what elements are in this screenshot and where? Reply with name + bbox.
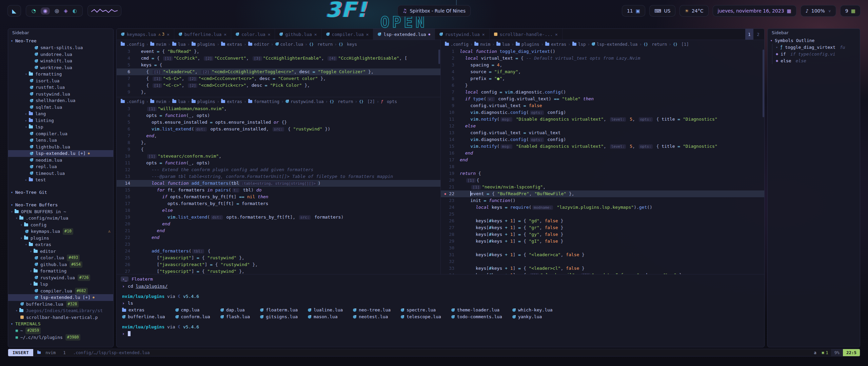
code-body[interactable]: 1local function toggle_diag_virtext()2 l… bbox=[441, 48, 765, 274]
code-body[interactable]: 3 [1]"williamboman/mason.nvim",4 opts = … bbox=[117, 105, 440, 274]
tree-item[interactable]: lsp-extended.lu[+]◉ bbox=[8, 294, 113, 301]
outline-item-toggle-diag-virtext[interactable]: ▾ƒtoggle_diag_virtextfu bbox=[772, 44, 860, 50]
tree-item[interactable]: smart-splits.lua bbox=[8, 44, 113, 51]
breadcrumb-item[interactable]: {}keys bbox=[339, 42, 357, 47]
tree-item[interactable]: worktree.lua bbox=[8, 64, 113, 71]
code-line[interactable]: 7 { [1]"<S-C>", [2]"<cmd>CccConvert<cr>"… bbox=[117, 75, 440, 82]
widget-updates[interactable]: 11▣ bbox=[622, 5, 645, 17]
code-line[interactable]: 25 bbox=[441, 211, 765, 218]
tree-item[interactable]: ▾.config/nvim/lua bbox=[8, 215, 113, 222]
tree-item[interactable]: compiler.lua#682 bbox=[8, 288, 113, 294]
code-line[interactable]: 11 opts = function(_, opts) bbox=[117, 160, 440, 166]
code-line[interactable]: 4 source = "if_many", bbox=[441, 68, 765, 75]
tree-item[interactable]: ▾lsp bbox=[8, 124, 113, 130]
tab-scrollbar-handle[interactable]: scrollbar-handle-...× bbox=[490, 29, 563, 40]
code-line[interactable]: 24 add_formatters(tbl: { bbox=[117, 248, 440, 255]
code-line[interactable]: 15 vim.notify(msg: "Enabled diagnostics … bbox=[441, 143, 765, 150]
tree-item[interactable]: color.lua#493 bbox=[8, 255, 113, 261]
code-line[interactable]: 7 end, bbox=[117, 133, 440, 139]
breadcrumb-item[interactable]: plugins bbox=[192, 99, 215, 104]
code-line[interactable]: 16 if opts.formatters_by_ft[ft] == nil t… bbox=[117, 194, 440, 200]
breadcrumb-item[interactable]: nvim bbox=[474, 42, 490, 47]
close-icon[interactable]: × bbox=[314, 32, 317, 37]
tree-item[interactable]: winshift.lua bbox=[8, 58, 113, 64]
tree-item[interactable]: undotree.lua bbox=[8, 51, 113, 58]
tab-rustywind-lua[interactable]: rustywind.lua× bbox=[435, 29, 490, 40]
app-icon[interactable]: ◐ bbox=[73, 8, 77, 14]
code-line[interactable]: 18 bbox=[441, 163, 765, 170]
code-line[interactable]: 13 ---@param tbl table<string, conform.F… bbox=[117, 173, 440, 180]
tab-color-lua[interactable]: color.lua× bbox=[231, 29, 275, 40]
code-line[interactable]: 26 keys[#keys + 1] = { "gd", false } bbox=[441, 218, 765, 224]
code-line[interactable]: 21 [1]"neovim/nvim-lspconfig", bbox=[441, 184, 765, 190]
breadcrumb-item[interactable]: .config bbox=[121, 99, 144, 104]
code-line[interactable]: 32 bbox=[441, 258, 765, 265]
close-icon[interactable]: × bbox=[366, 32, 369, 37]
code-line[interactable]: 5 prefix = "●", bbox=[441, 75, 765, 82]
code-line[interactable]: 5 keys = { bbox=[117, 62, 440, 68]
code-body[interactable]: 3 event = { "BufRead" },4 cmd = { [1]"Cc… bbox=[117, 48, 440, 97]
code-line[interactable]: 19return { bbox=[441, 170, 765, 177]
section-header-terminals[interactable]: ▾TERMINALS bbox=[8, 321, 113, 327]
close-icon[interactable]: × bbox=[555, 32, 558, 37]
tree-item[interactable]: lightbulb.lua bbox=[8, 144, 113, 150]
code-line[interactable]: 28 keys[#keys + 1] = { "gy", false } bbox=[441, 231, 765, 238]
tree-item[interactable]: timeout.lua bbox=[8, 170, 113, 177]
code-line[interactable]: 3 [1]"williamboman/mason.nvim", bbox=[117, 105, 440, 112]
code-line[interactable]: 22◆ event = { "BufReadPre", "BufNewFile"… bbox=[441, 190, 765, 197]
code-line[interactable]: 9 }, bbox=[117, 89, 440, 96]
code-line[interactable]: 3 event = { "BufRead" }, bbox=[117, 48, 440, 55]
breadcrumb-item[interactable]: lua bbox=[172, 42, 186, 47]
widget-volume[interactable]: ♪100%∨ bbox=[801, 5, 836, 17]
code-line[interactable]: 26 ["javascriptreact"] = { "rustywind" }… bbox=[117, 261, 440, 268]
section-header-neo-tree-buffers[interactable]: ▾Neo-Tree Buffers bbox=[8, 202, 113, 208]
launcher-button[interactable]: ◣ bbox=[7, 5, 21, 17]
breadcrumb-item[interactable]: color.lua bbox=[275, 42, 303, 47]
tree-item[interactable]: ▦~#2859 bbox=[8, 327, 113, 334]
code-line[interactable]: 9 { bbox=[117, 146, 440, 153]
scrollbar-thumb[interactable] bbox=[763, 49, 764, 117]
breadcrumb-item[interactable]: {}return bbox=[330, 99, 353, 104]
code-line[interactable]: 4 cmd = { [1]"CccPick", [2]"CccConvert",… bbox=[117, 55, 440, 62]
tree-item[interactable]: keymaps.lua#10⚠ bbox=[8, 228, 113, 235]
system-graph-widget[interactable] bbox=[87, 5, 121, 17]
close-icon[interactable]: × bbox=[167, 32, 170, 37]
tree-item[interactable]: compiler.lua bbox=[8, 130, 113, 137]
tree-item[interactable]: ▾lsp bbox=[8, 281, 113, 288]
widget-date[interactable]: jueves, noviembre 16, 2023▦ bbox=[713, 5, 796, 17]
terminal-body[interactable]: ›cd lua/plugins/nvim/lua/plugins via ☾ v… bbox=[117, 282, 764, 346]
widget-keyboard[interactable]: ⌨US bbox=[649, 5, 675, 17]
tree-item[interactable]: shellharden.lua bbox=[8, 97, 113, 104]
tabpage-2[interactable]: 2 bbox=[754, 29, 762, 40]
tab-compiler-lua[interactable]: compiler.lua× bbox=[322, 29, 374, 40]
tree-item[interactable]: ▾formatting bbox=[8, 71, 113, 78]
tab-keymaps-lua[interactable]: keymaps.lua⚠3× bbox=[117, 29, 174, 40]
app-icon[interactable]: ◉ bbox=[41, 7, 50, 15]
tabpage-1[interactable]: 1 bbox=[745, 29, 753, 40]
code-line[interactable]: 12 --- Extend the conform plugin config … bbox=[117, 166, 440, 173]
code-line[interactable]: 33 keys[#keys + 1] = { "<leader>cl", fal… bbox=[441, 265, 765, 272]
code-line[interactable]: 19 vim.list_extend(dst: opts.formatters_… bbox=[117, 214, 440, 221]
close-icon[interactable]: × bbox=[268, 32, 271, 37]
section-header-neo-tree[interactable]: ▾Neo-Tree bbox=[8, 38, 113, 44]
code-line[interactable]: 14 local function add_formatters(tbl:tab… bbox=[117, 180, 440, 187]
tree-item[interactable]: lsp-extended.lu[+]◉ bbox=[8, 150, 113, 157]
tree-item[interactable]: ▾formatting bbox=[8, 268, 113, 274]
code-line[interactable]: 23 bbox=[117, 241, 440, 248]
breadcrumb-item[interactable]: plugins bbox=[516, 42, 539, 47]
code-line[interactable]: 31 keys[#keys + 1] = { "<leader>ca", fal… bbox=[441, 251, 765, 258]
code-line[interactable]: 5 opts.ensure_installed = opts.ensure_in… bbox=[117, 119, 440, 126]
app-icon[interactable]: ◈ bbox=[64, 8, 68, 14]
code-line[interactable]: 1local function toggle_diag_virtext() bbox=[441, 48, 765, 55]
app-icon[interactable]: ◔ bbox=[32, 8, 36, 14]
tree-item[interactable]: rustfmt.lua bbox=[8, 84, 113, 91]
code-line[interactable]: 12 else bbox=[441, 123, 765, 129]
breadcrumb-item[interactable]: {}[1] bbox=[673, 42, 689, 47]
breadcrumb-item[interactable]: {}return bbox=[644, 42, 667, 47]
code-line[interactable]: 2 local virtual_text = { -- Default virt… bbox=[441, 55, 765, 62]
breadcrumb-item[interactable]: extras bbox=[221, 99, 242, 104]
tree-item[interactable]: lens.lua bbox=[8, 137, 113, 144]
breadcrumb-item[interactable]: ƒopts bbox=[381, 99, 397, 104]
tab-lsp-extended-lua[interactable]: lsp-extended.lua● bbox=[373, 29, 435, 40]
symbols-outline-header[interactable]: ▾ Symbols Outline bbox=[768, 37, 860, 44]
